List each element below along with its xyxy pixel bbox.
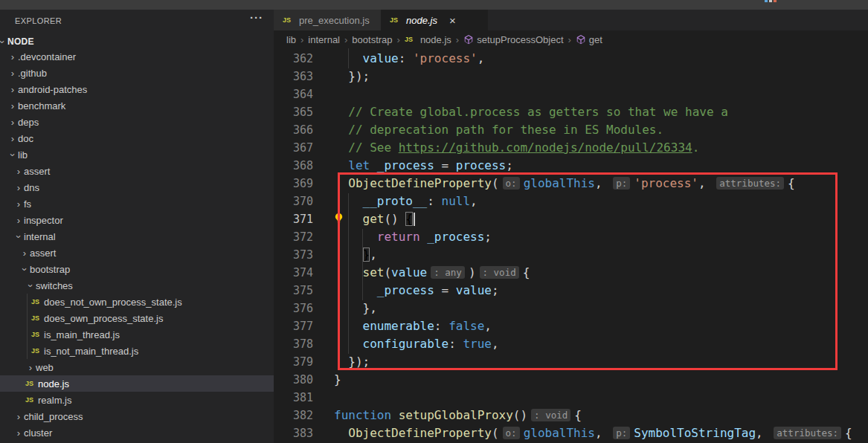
code-token (334, 158, 348, 172)
tree-item-fs[interactable]: ›fs (0, 195, 274, 212)
breadcrumb-item-setupProcessObject[interactable]: setupProcessObject (463, 34, 563, 45)
tree-item-does_own_process_state.js[interactable]: JSdoes_own_process_state.js (0, 310, 274, 326)
tree-item-android-patches[interactable]: ›android-patches (0, 81, 274, 97)
code-line-370[interactable]: 370 __proto__: null, (274, 193, 868, 210)
line-number[interactable]: 374 (289, 264, 313, 282)
line-number[interactable]: 381 (289, 389, 313, 407)
tree-item-lib[interactable]: ›lib (0, 146, 274, 163)
line-number[interactable]: 371 (289, 210, 313, 228)
line-number[interactable]: 378 (289, 335, 313, 353)
line-number[interactable]: 372 (289, 228, 313, 246)
tree-item-label: assert (30, 248, 56, 259)
tree-item-label: .github (18, 68, 47, 79)
code-line-373[interactable]: 373 }, (274, 246, 868, 264)
code-token: { (574, 408, 582, 422)
tree-item-benchmark[interactable]: ›benchmark (0, 97, 274, 114)
line-number[interactable]: 364 (289, 85, 313, 103)
tree-item-child_process[interactable]: ›child_process (0, 408, 274, 424)
tree-item-doc[interactable]: ›doc (0, 130, 274, 146)
breadcrumb-item-get[interactable]: get (576, 34, 602, 45)
line-number[interactable]: 366 (289, 121, 313, 139)
breadcrumb-label: lib (286, 34, 296, 45)
code-line-379[interactable]: 379 }); (274, 353, 868, 371)
tab-node.js[interactable]: JSnode.js× (381, 10, 488, 30)
code-token: enumerable (363, 319, 434, 333)
tree-item-is_main_thread.js[interactable]: JSis_main_thread.js (0, 326, 274, 343)
tree-item-node.js[interactable]: JSnode.js (0, 375, 274, 392)
code-line-371[interactable]: 371 get() { (274, 210, 868, 228)
more-actions-icon[interactable]: ··· (250, 11, 263, 24)
code-line-380[interactable]: 380} (274, 371, 868, 389)
breadcrumb-item-node.js[interactable]: JSnode.js (405, 34, 451, 45)
code-line-374[interactable]: 374 set(value: any): void{ (274, 264, 868, 282)
breadcrumb-item-lib[interactable]: lib (286, 34, 296, 45)
code-line-381[interactable]: 381 (274, 389, 868, 407)
line-number[interactable]: 383 (289, 424, 313, 442)
code-line-366[interactable]: 366 // deprecation path for these in ES … (274, 121, 868, 139)
code-line-367[interactable]: 367 // See https://github.com/nodejs/nod… (274, 139, 868, 157)
line-number[interactable]: 380 (289, 371, 313, 389)
tree-item-is_not_main_thread.js[interactable]: JSis_not_main_thread.js (0, 343, 274, 359)
line-number[interactable]: 376 (289, 300, 313, 317)
code-token: set (363, 265, 385, 279)
tree-item-realm.js[interactable]: JSrealm.js (0, 392, 274, 408)
line-number[interactable]: 363 (289, 68, 313, 85)
line-number[interactable]: 369 (289, 175, 313, 193)
js-file-icon: JS (390, 16, 402, 24)
line-number[interactable]: 377 (289, 317, 313, 335)
titlebar-icon-fragment (769, 0, 772, 2)
code-line-378[interactable]: 378 configurable: true, (274, 335, 868, 353)
code-line-368[interactable]: 368 let _process = process; (274, 157, 868, 175)
code-line-383[interactable]: 383 ObjectDefineProperty(o:globalThis, p… (274, 424, 868, 442)
code-line-377[interactable]: 377 enumerable: false, (274, 317, 868, 335)
code-token: , (370, 248, 377, 262)
code-token: false (449, 319, 484, 333)
tree-item-dns[interactable]: ›dns (0, 179, 274, 195)
code-line-363[interactable]: 363 }); (274, 68, 868, 85)
line-number[interactable]: 362 (289, 50, 313, 68)
tree-item-inspector[interactable]: ›inspector (0, 212, 274, 228)
line-number[interactable]: 379 (289, 353, 313, 371)
tree-item-assert[interactable]: ›assert (0, 245, 274, 261)
breadcrumb-item-internal[interactable]: internal (308, 34, 340, 45)
js-file-icon: JS (25, 380, 38, 387)
line-number[interactable]: 367 (289, 139, 313, 157)
tree-item-does_not_own_process_state.js[interactable]: JSdoes_not_own_process_state.js (0, 294, 274, 310)
code-text: enumerable: false, (334, 317, 492, 335)
tree-item-.devcontainer[interactable]: ›.devcontainer (0, 48, 274, 65)
tree-item-label: web (36, 362, 54, 373)
tree-item-.github[interactable]: ›.github (0, 65, 274, 81)
chevron-right-icon: › (7, 68, 18, 79)
workspace-section-header[interactable]: › NODE (0, 33, 274, 50)
code-line-382[interactable]: 382function setupGlobalProxy(): void{ (274, 407, 868, 424)
code-line-365[interactable]: 365 // Create global.process as getters … (274, 103, 868, 121)
code-line-362[interactable]: 362 value: 'process', (274, 50, 868, 68)
tree-item-web[interactable]: ›web (0, 359, 274, 375)
line-number[interactable]: 368 (289, 157, 313, 175)
breadcrumb-separator-icon: › (344, 34, 347, 45)
tree-item-bootstrap[interactable]: ›bootstrap (0, 261, 274, 277)
tree-item-internal[interactable]: ›internal (0, 228, 274, 245)
code-token: function (334, 408, 391, 422)
code-line-376[interactable]: 376 }, (274, 300, 868, 317)
code-token: _process (377, 158, 434, 172)
line-number[interactable]: 365 (289, 103, 313, 121)
close-icon[interactable]: × (449, 15, 456, 26)
breadcrumb-item-bootstrap[interactable]: bootstrap (352, 34, 392, 45)
code-line-369[interactable]: 369 ObjectDefineProperty(o:globalThis, p… (274, 175, 868, 193)
code-area[interactable]: 361 configurable: false,362 value: 'proc… (274, 48, 868, 443)
tab-pre_execution.js[interactable]: JSpre_execution.js (274, 10, 381, 30)
line-number[interactable]: 382 (289, 407, 313, 424)
code-line-372[interactable]: 372 return _process; (274, 228, 868, 246)
tree-item-assert[interactable]: ›assert (0, 163, 274, 179)
tree-item-switches[interactable]: ›switches (0, 277, 274, 294)
code-line-364[interactable]: 364 (274, 85, 868, 103)
line-number[interactable]: 370 (289, 193, 313, 210)
code-line-375[interactable]: 375 _process = value; (274, 282, 868, 300)
line-number[interactable]: 373 (289, 246, 313, 264)
line-number[interactable]: 375 (289, 282, 313, 300)
code-text: }); (334, 353, 370, 371)
tree-item-deps[interactable]: ›deps (0, 114, 274, 130)
breadcrumb-separator-icon: › (568, 34, 571, 45)
tree-item-cluster[interactable]: ›cluster (0, 424, 274, 441)
